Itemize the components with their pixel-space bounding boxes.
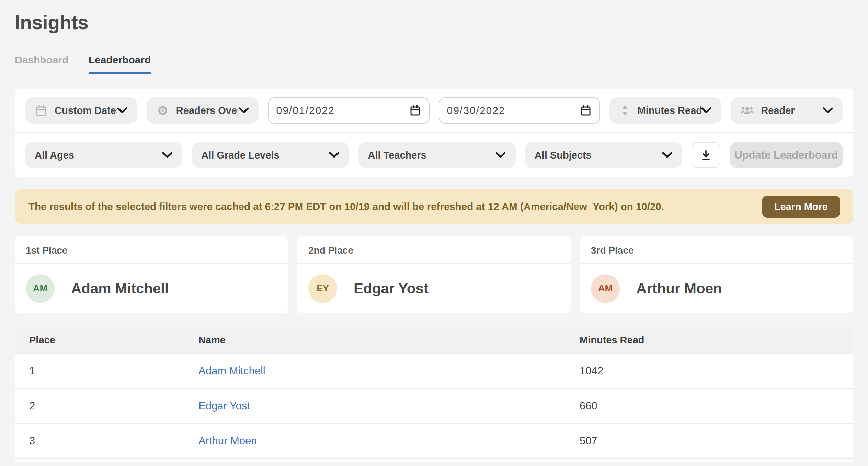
tab-bar: Dashboard Leaderboard [15, 54, 853, 74]
table-row: 2 Edgar Yost 660 [15, 388, 853, 423]
download-icon [699, 149, 712, 162]
teachers-dropdown[interactable]: All Teachers [358, 142, 516, 168]
place-label: 3rd Place [580, 236, 853, 264]
filter-panel: Custom Dates Readers Overall [15, 89, 853, 177]
third-place-card: 3rd Place AM Arthur Moen [580, 236, 853, 313]
reader-name: Arthur Moen [636, 280, 722, 297]
first-place-card: 1st Place AM Adam Mitchell [15, 236, 288, 313]
chevron-down-icon [117, 107, 128, 114]
update-leaderboard-button[interactable]: Update Leaderboard [730, 142, 843, 168]
table-clipped-row [15, 458, 853, 462]
reader-link[interactable]: Adam Mitchell [198, 365, 265, 377]
table-row: 3 Arthur Moen 507 [15, 423, 853, 458]
tab-leaderboard[interactable]: Leaderboard [89, 54, 151, 74]
subjects-value: All Subjects [535, 150, 662, 161]
column-header-name: Name [198, 335, 580, 346]
column-header-place: Place [15, 335, 198, 346]
chevron-down-icon [662, 152, 673, 159]
chevron-down-icon [238, 107, 249, 114]
place-cell: 2 [15, 400, 198, 412]
filter-row-secondary: All Ages All Grade Levels All Teachers A… [15, 133, 853, 177]
table-row: 1 Adam Mitchell 1042 [15, 353, 853, 388]
avatar: AM [591, 274, 620, 303]
chevron-down-icon [822, 107, 833, 114]
entity-value: Reader [761, 105, 822, 116]
grade-levels-dropdown[interactable]: All Grade Levels [192, 142, 349, 168]
reader-link[interactable]: Edgar Yost [198, 400, 250, 412]
date-range-type-dropdown[interactable]: Custom Dates [25, 97, 137, 124]
place-label: 1st Place [15, 236, 288, 264]
place-cell: 1 [15, 365, 198, 377]
date-picker-icon[interactable] [580, 104, 592, 117]
ages-dropdown[interactable]: All Ages [25, 142, 182, 168]
place-label: 2nd Place [297, 236, 571, 264]
end-date-input[interactable] [447, 105, 580, 116]
grade-levels-value: All Grade Levels [201, 150, 328, 161]
avatar: EY [308, 274, 337, 303]
teachers-value: All Teachers [368, 150, 495, 161]
page-title: Insights [15, 0, 853, 34]
table-header-row: Place Name Minutes Read [15, 327, 853, 353]
start-date-field [268, 97, 430, 124]
date-picker-icon[interactable] [409, 104, 421, 117]
readers-overall-icon [156, 104, 169, 117]
avatar: AM [26, 274, 55, 303]
people-icon [740, 104, 754, 117]
filter-row-primary: Custom Dates Readers Overall [15, 89, 853, 133]
reader-name: Edgar Yost [354, 280, 429, 297]
insights-page: Insights Dashboard Leaderboard Custom Da… [0, 0, 868, 462]
chevron-down-icon [701, 107, 712, 114]
cache-notice-text: The results of the selected filters were… [28, 201, 762, 212]
cache-notice-banner: The results of the selected filters were… [15, 189, 853, 224]
metric-value: Minutes Read [638, 105, 701, 116]
start-date-input[interactable] [276, 105, 409, 116]
learn-more-button[interactable]: Learn More [762, 196, 840, 218]
minutes-cell: 660 [580, 400, 853, 412]
leaderboard-table: Place Name Minutes Read 1 Adam Mitchell … [15, 327, 853, 462]
scope-value: Readers Overall [176, 105, 238, 116]
ages-value: All Ages [35, 150, 162, 161]
reader-link[interactable]: Arthur Moen [198, 435, 257, 447]
calendar-icon [35, 104, 48, 117]
date-range-type-value: Custom Dates [55, 105, 117, 116]
chevron-down-icon [329, 152, 340, 159]
subjects-dropdown[interactable]: All Subjects [525, 142, 682, 168]
place-cell: 3 [15, 435, 198, 447]
chevron-down-icon [495, 152, 506, 159]
column-header-minutes-read: Minutes Read [580, 335, 853, 346]
scope-dropdown[interactable]: Readers Overall [147, 97, 259, 124]
tab-dashboard[interactable]: Dashboard [15, 54, 69, 74]
download-button[interactable] [692, 142, 720, 168]
reader-name: Adam Mitchell [71, 280, 169, 297]
second-place-card: 2nd Place EY Edgar Yost [297, 236, 571, 313]
entity-dropdown[interactable]: Reader [731, 97, 843, 124]
metric-dropdown[interactable]: Minutes Read [609, 97, 722, 124]
sort-icon [619, 104, 631, 117]
chevron-down-icon [162, 152, 173, 159]
minutes-cell: 1042 [580, 365, 853, 377]
podium-cards: 1st Place AM Adam Mitchell 2nd Place EY … [15, 236, 853, 313]
end-date-field [439, 97, 600, 124]
minutes-cell: 507 [580, 435, 853, 447]
